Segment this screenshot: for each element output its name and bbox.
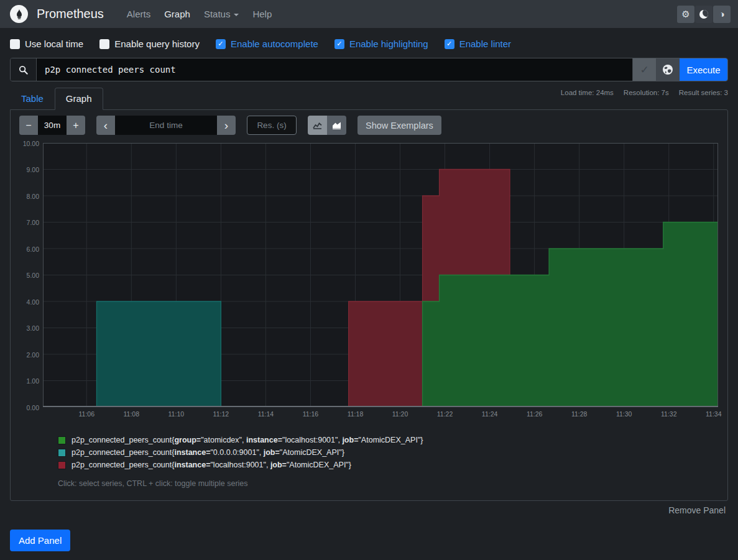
y-axis-label: 1.00 xyxy=(19,377,43,385)
y-axis-label: 7.00 xyxy=(19,219,43,226)
x-axis-label: 11:20 xyxy=(389,410,412,418)
y-axis-label: 3.00 xyxy=(19,324,43,332)
x-axis-label: 11:24 xyxy=(479,410,501,418)
nav-item-graph[interactable]: Graph xyxy=(164,9,190,19)
query-bar: ✓ Execute xyxy=(10,58,728,81)
y-axis-label: 0.00 xyxy=(19,404,43,411)
chart-zone: 0.001.002.003.004.005.006.007.008.009.00… xyxy=(19,143,719,421)
dark-theme-button[interactable] xyxy=(695,6,713,23)
y-axis-label: 6.00 xyxy=(19,246,43,253)
query-stats: Load time: 24ms Resolution: 7s Result se… xyxy=(561,89,728,96)
chevron-right-icon: › xyxy=(224,119,228,131)
y-axis-label: 10.00 xyxy=(19,140,43,147)
option-label: Enable highlighting xyxy=(349,39,428,49)
line-chart-icon xyxy=(313,121,322,129)
time-series-chart[interactable] xyxy=(43,143,718,407)
range-increment-button[interactable]: + xyxy=(67,116,85,135)
y-axis-label: 4.00 xyxy=(19,298,43,306)
option-label: Enable query history xyxy=(114,39,200,49)
option-checkbox-enable-autocomplete[interactable]: ✓Enable autocomplete xyxy=(216,39,318,49)
legend-item[interactable]: p2p_connected_peers_count{instance="loca… xyxy=(58,461,719,469)
option-checkbox-use-local-time[interactable]: Use local time xyxy=(10,39,83,49)
series-color-swatch xyxy=(58,461,66,469)
app-title: Prometheus xyxy=(37,7,104,21)
tab-band: Load time: 24ms Resolution: 7s Result se… xyxy=(10,88,728,109)
time-back-button[interactable]: ‹ xyxy=(96,116,115,135)
x-axis-label: 11:08 xyxy=(120,410,142,418)
series-color-swatch xyxy=(58,436,66,444)
query-input[interactable] xyxy=(37,58,632,81)
remove-panel-row: Remove Panel xyxy=(0,505,726,516)
checked-checkbox-icon[interactable]: ✓ xyxy=(216,39,226,49)
end-time-input[interactable] xyxy=(115,116,217,135)
graph-panel: − + ‹ › Show Exemplars xyxy=(10,109,728,501)
x-axis-label: 11:30 xyxy=(613,410,635,418)
search-icon xyxy=(19,65,28,75)
resolution-input[interactable] xyxy=(247,116,297,135)
series-color-swatch xyxy=(58,449,66,457)
add-panel-button[interactable]: Add Panel xyxy=(10,530,70,551)
stacked-area-icon xyxy=(332,121,341,129)
resolution-stat: Resolution: 7s xyxy=(624,89,669,96)
result-series-stat: Result series: 3 xyxy=(679,89,728,96)
nav-item-alerts[interactable]: Alerts xyxy=(127,9,150,19)
autocomplete-check-button[interactable]: ✓ xyxy=(632,58,656,81)
x-axis-label: 11:18 xyxy=(344,410,366,418)
x-axis-label: 11:26 xyxy=(524,410,546,418)
checked-checkbox-icon[interactable]: ✓ xyxy=(445,39,454,49)
unchecked-checkbox-icon[interactable] xyxy=(10,39,20,49)
y-axis-label: 2.00 xyxy=(19,351,43,359)
x-axis-label: 11:32 xyxy=(658,410,680,418)
x-axis-label: 11:22 xyxy=(434,410,456,418)
x-axis-label: 11:10 xyxy=(165,410,187,418)
metrics-explorer-button[interactable] xyxy=(656,58,680,81)
chevron-down-icon xyxy=(234,14,239,16)
nav-item-status[interactable]: Status xyxy=(204,9,239,19)
navbar: Prometheus Alerts Graph Status Help ⚙ ◑ xyxy=(0,0,738,28)
moon-icon xyxy=(699,10,708,19)
x-axis-label: 11:06 xyxy=(75,410,98,418)
x-axis-label: 11:14 xyxy=(254,410,277,418)
circle-half-icon: ◑ xyxy=(719,9,724,19)
execute-button[interactable]: Execute xyxy=(680,58,727,81)
range-decrement-button[interactable]: − xyxy=(19,116,38,135)
legend-item[interactable]: p2p_connected_peers_count{instance="0.0.… xyxy=(58,448,719,457)
x-axis-label: 11:16 xyxy=(299,410,321,418)
remove-panel-link[interactable]: Remove Panel xyxy=(668,505,726,515)
option-checkbox-enable-query-history[interactable]: Enable query history xyxy=(99,39,200,49)
series-label: p2p_connected_peers_count{instance="loca… xyxy=(71,461,351,469)
nav-item-help[interactable]: Help xyxy=(252,9,272,19)
legend-item[interactable]: p2p_connected_peers_count{group="atomicd… xyxy=(58,436,719,444)
option-label: Enable linter xyxy=(459,39,511,49)
theme-toggle-group: ⚙ ◑ xyxy=(677,6,731,23)
option-label: Enable autocomplete xyxy=(231,39,318,49)
series-label: p2p_connected_peers_count{instance="0.0.… xyxy=(71,448,344,457)
unchecked-checkbox-icon[interactable] xyxy=(99,39,109,49)
checked-checkbox-icon[interactable]: ✓ xyxy=(334,39,344,49)
tab-table[interactable]: Table xyxy=(10,88,55,109)
option-label: Use local time xyxy=(25,39,83,49)
flame-icon xyxy=(13,8,25,21)
y-axis-label: 5.00 xyxy=(19,272,43,279)
stacked-chart-toggle[interactable] xyxy=(327,116,346,135)
plot-area[interactable]: 0.001.002.003.004.005.006.007.008.009.00… xyxy=(43,143,718,407)
option-checkbox-enable-linter[interactable]: ✓Enable linter xyxy=(445,39,511,49)
gear-icon: ⚙ xyxy=(681,9,690,20)
settings-button[interactable]: ⚙ xyxy=(677,6,694,23)
auto-theme-button[interactable]: ◑ xyxy=(713,6,731,23)
tab-graph[interactable]: Graph xyxy=(55,88,103,110)
prometheus-logo xyxy=(10,5,28,23)
show-exemplars-button[interactable]: Show Exemplars xyxy=(357,116,441,135)
legend-hint: Click: select series, CTRL + click: togg… xyxy=(58,479,719,488)
line-chart-toggle[interactable] xyxy=(308,116,327,135)
time-forward-button[interactable]: › xyxy=(217,116,236,135)
range-group: − + xyxy=(19,116,85,135)
chevron-left-icon: ‹ xyxy=(104,119,108,131)
option-checkbox-enable-highlighting[interactable]: ✓Enable highlighting xyxy=(334,39,428,49)
y-axis-label: 8.00 xyxy=(19,193,43,200)
options-row: Use local timeEnable query history✓Enabl… xyxy=(0,28,738,57)
chart-legend: p2p_connected_peers_count{group="atomicd… xyxy=(58,436,719,469)
x-axis-label: 11:34 xyxy=(703,410,725,418)
range-input[interactable] xyxy=(38,116,67,135)
end-time-group: ‹ › xyxy=(96,116,236,135)
